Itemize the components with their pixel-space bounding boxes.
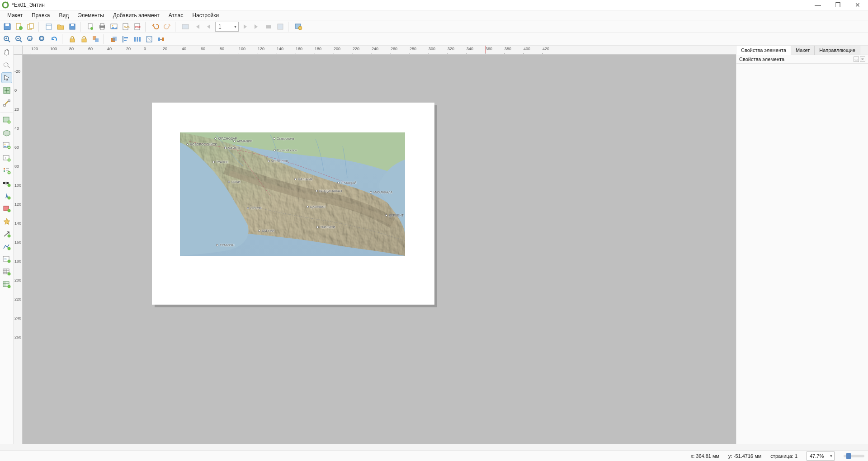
zoom-actual-icon[interactable]: 1:1 xyxy=(25,34,36,45)
menu-settings[interactable]: Настройки xyxy=(188,11,223,20)
svg-rect-32 xyxy=(82,39,86,42)
add-arrow-icon[interactable] xyxy=(1,229,12,240)
app-icon xyxy=(2,1,9,9)
add-north-arrow-icon[interactable] xyxy=(1,191,12,202)
svg-rect-43 xyxy=(158,38,160,41)
city-label: ВЛАДИКАВКАЗ xyxy=(316,189,342,193)
add-fixed-table-icon[interactable] xyxy=(1,279,12,290)
svg-rect-57 xyxy=(4,168,5,169)
right-panel: Свойства элемента Макет Направляющие Сво… xyxy=(736,46,868,444)
minimize-button[interactable]: — xyxy=(812,1,824,9)
atlas-export-icon[interactable] xyxy=(275,21,286,32)
panel-close-icon[interactable]: ✕ xyxy=(860,56,865,62)
layout-page[interactable]: КРАСНОДАРНОВОРОССИЙСКАРМАВИРМАЙКОПЧЕРКЕС… xyxy=(152,103,434,305)
zoom-in-icon[interactable] xyxy=(2,34,13,45)
add-shape-icon[interactable] xyxy=(1,203,12,214)
menu-edit[interactable]: Правка xyxy=(27,11,55,20)
redo-icon[interactable] xyxy=(162,21,173,32)
atlas-print-icon[interactable] xyxy=(263,21,274,32)
unlock-icon[interactable] xyxy=(79,34,90,45)
duplicate-layout-icon[interactable] xyxy=(25,21,36,32)
add-label-icon[interactable]: T xyxy=(1,153,12,164)
svg-rect-44 xyxy=(162,38,164,41)
titlebar: *Ex01_Энтин — ❐ ✕ xyxy=(0,0,868,10)
atlas-next-icon[interactable] xyxy=(240,21,250,32)
svg-rect-6 xyxy=(29,24,33,28)
refresh-icon[interactable] xyxy=(49,34,60,45)
tab-layout[interactable]: Макет xyxy=(791,46,815,55)
close-button[interactable]: ✕ xyxy=(852,1,863,9)
tab-item-properties[interactable]: Свойства элемента xyxy=(736,46,791,55)
zoom-fit-icon[interactable] xyxy=(37,34,48,45)
menu-items[interactable]: Элементы xyxy=(73,11,108,20)
new-layout-icon[interactable] xyxy=(14,21,24,32)
export-pdf-icon[interactable]: PDF xyxy=(132,21,143,32)
group-icon[interactable] xyxy=(90,34,101,45)
layout-canvas[interactable]: КРАСНОДАРНОВОРОССИЙСКАРМАВИРМАЙКОПЧЕРКЕС… xyxy=(23,55,736,444)
city-label: ДЕРБЕНТ xyxy=(385,214,404,217)
distribute-icon[interactable] xyxy=(132,34,143,45)
tab-guides[interactable]: Направляющие xyxy=(815,46,860,55)
select-tool-icon[interactable] xyxy=(1,72,12,83)
svg-rect-47 xyxy=(4,104,5,106)
menu-view[interactable]: Вид xyxy=(55,11,74,20)
lock-icon[interactable] xyxy=(67,34,78,45)
ruler-vertical[interactable]: -20020406080100120140160180200220240260 xyxy=(14,55,23,444)
resize-icon[interactable] xyxy=(144,34,155,45)
map-item[interactable]: КРАСНОДАРНОВОРОССИЙСКАРМАВИРМАЙКОПЧЕРКЕС… xyxy=(180,132,405,256)
add-legend-icon[interactable] xyxy=(1,165,12,176)
svg-text:T: T xyxy=(4,156,6,160)
add-marker-icon[interactable] xyxy=(1,216,12,227)
add-map-icon[interactable] xyxy=(1,115,12,126)
export-svg-icon[interactable]: SVG xyxy=(120,21,131,32)
atlas-settings-icon[interactable] xyxy=(293,21,304,32)
svg-rect-48 xyxy=(8,100,10,102)
menu-layout[interactable]: Макет xyxy=(3,11,27,20)
zoom-slider[interactable] xyxy=(844,455,864,457)
add-table-icon[interactable] xyxy=(1,267,12,278)
canvas-area: -120-100-80-60-40-2002040608010012014016… xyxy=(14,46,736,444)
svg-point-15 xyxy=(112,25,113,26)
undo-icon[interactable] xyxy=(150,21,161,32)
move-content-tool-icon[interactable] xyxy=(1,85,12,96)
page-setup-icon[interactable] xyxy=(85,21,96,32)
panel-undock-icon[interactable]: ▭ xyxy=(854,56,859,62)
pan-tool-icon[interactable] xyxy=(1,47,12,58)
move-content-icon[interactable] xyxy=(156,34,166,45)
save-icon[interactable] xyxy=(2,21,13,32)
menubar: Макет Правка Вид Элементы Добавить элеме… xyxy=(0,10,868,20)
toolbar-view: 1:1 xyxy=(0,33,868,46)
add-3dmap-icon[interactable] xyxy=(1,127,12,138)
svg-point-71 xyxy=(7,260,10,263)
city-label: ТРАБЗОН xyxy=(216,244,234,247)
menu-atlas[interactable]: Атлас xyxy=(164,11,188,20)
horizontal-scrollbar[interactable] xyxy=(0,444,868,450)
atlas-first-icon[interactable] xyxy=(192,21,203,32)
atlas-last-icon[interactable] xyxy=(251,21,262,32)
edit-nodes-tool-icon[interactable] xyxy=(1,98,12,108)
svg-rect-39 xyxy=(134,37,136,42)
menu-add-item[interactable]: Добавить элемент xyxy=(108,11,164,20)
zoom-combo[interactable]: 47.7% xyxy=(807,452,835,461)
save-template-icon[interactable] xyxy=(67,21,78,32)
svg-point-66 xyxy=(7,209,10,212)
maximize-button[interactable]: ❐ xyxy=(832,1,844,9)
add-nodes-item-icon[interactable] xyxy=(1,241,12,252)
zoom-tool-icon[interactable] xyxy=(1,60,12,71)
export-image-icon[interactable] xyxy=(108,21,119,32)
zoom-out-icon[interactable] xyxy=(14,34,24,45)
add-html-icon[interactable]: </> xyxy=(1,254,12,265)
open-template-icon[interactable] xyxy=(43,21,54,32)
align-left-icon[interactable] xyxy=(120,34,131,45)
print-icon[interactable] xyxy=(97,21,108,32)
svg-point-64 xyxy=(7,197,10,200)
page-number-combo[interactable]: 1 xyxy=(215,22,239,32)
ruler-horizontal[interactable]: -120-100-80-60-40-2002040608010012014016… xyxy=(23,46,736,55)
raise-icon[interactable] xyxy=(108,34,119,45)
atlas-preview-icon[interactable] xyxy=(180,21,191,32)
add-scalebar-icon[interactable] xyxy=(1,178,12,189)
add-picture-icon[interactable] xyxy=(1,140,12,151)
atlas-prev-icon[interactable] xyxy=(203,21,214,32)
svg-point-4 xyxy=(19,26,23,30)
open-folder-icon[interactable] xyxy=(55,21,66,32)
